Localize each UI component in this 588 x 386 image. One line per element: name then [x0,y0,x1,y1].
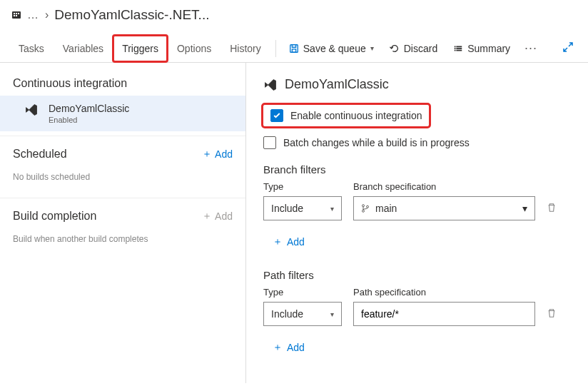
main-split: Continuous integration DemoYamlClassic E… [0,63,588,383]
branch-filters-title: Branch filters [263,163,571,176]
summary-button[interactable]: Summary [446,39,517,59]
build-completion-title: Build completion [13,210,96,223]
type-field: Type Include ▾ [263,181,342,220]
svg-rect-5 [16,15,17,16]
path-spec-label: Path specification [353,287,535,298]
type-label: Type [263,287,342,298]
batch-label: Batch changes while a build is in progre… [283,137,470,148]
svg-rect-12 [457,48,462,49]
chevron-down-icon: ▾ [370,44,374,52]
vs-icon [24,103,39,117]
scheduled-section-header: Scheduled ＋ Add [0,141,245,166]
path-spec-input[interactable] [353,302,535,326]
ci-item-label: DemoYamlClassic [49,103,129,114]
path-filter-row: Type Include ▾ Path specification [263,287,571,326]
svg-rect-4 [14,15,15,16]
tabbar: Tasks Variables Triggers Options History… [0,34,588,63]
build-completion-empty-text: Build when another build completes [0,228,245,255]
sidebar-item-ci[interactable]: DemoYamlClassic Enabled [0,96,245,131]
svg-rect-3 [18,13,19,14]
add-build-completion-button[interactable]: ＋ Add [202,210,233,223]
tab-triggers[interactable]: Triggers [113,36,167,61]
page-title[interactable]: DemoYamlClassic-.NET... [54,7,209,23]
chevron-down-icon: ▾ [330,205,334,213]
svg-rect-2 [16,13,17,14]
plus-icon: ＋ [273,235,283,248]
svg-point-16 [367,205,369,208]
chevron-down-icon: ▾ [330,310,334,318]
discard-button[interactable]: Discard [382,39,445,59]
branch-type-value: Include [271,203,303,214]
branch-spec-input[interactable]: main ▾ [353,196,535,220]
undo-icon [390,44,400,54]
tab-variables[interactable]: Variables [54,36,112,61]
breadcrumb-separator: › [45,9,49,21]
build-completion-section-header: Build completion ＋ Add [0,203,245,228]
add-path-filter-button[interactable]: ＋ Add [263,335,314,360]
svg-rect-13 [457,49,462,51]
scheduled-section-title: Scheduled [13,148,67,161]
ci-item-sublabel: Enabled [49,116,129,124]
content-header: DemoYamlClassic [263,77,571,92]
expand-icon[interactable] [558,37,578,59]
add-branch-filter-button[interactable]: ＋ Add [263,229,314,255]
type-label: Type [263,181,342,192]
svg-rect-9 [455,48,456,49]
enable-ci-highlight: Enable continuous integration [263,105,429,126]
branch-spec-label: Branch specification [353,181,535,192]
sidebar-divider [0,198,245,198]
tab-tasks[interactable]: Tasks [10,36,53,61]
branch-spec-field: Branch specification main ▾ [353,181,535,220]
plus-icon: ＋ [273,341,283,354]
svg-rect-11 [457,46,462,47]
scheduled-empty-text: No builds scheduled [0,166,245,193]
add-label: Add [287,342,305,353]
breadcrumb-ellipsis[interactable]: … [27,9,39,21]
svg-rect-6 [290,44,298,52]
branch-spec-value: main [375,203,397,214]
branch-type-dropdown[interactable]: Include ▾ [263,196,342,220]
enable-ci-checkbox[interactable] [270,109,283,122]
content-title: DemoYamlClassic [285,77,389,92]
content-panel: DemoYamlClassic Enable continuous integr… [246,63,588,383]
svg-rect-10 [455,49,456,51]
svg-rect-7 [292,49,295,51]
tab-options[interactable]: Options [168,36,220,61]
path-filters-title: Path filters [263,269,571,281]
path-spec-field: Path specification [353,287,535,326]
type-field: Type Include ▾ [263,287,342,326]
vs-icon [263,78,278,92]
discard-label: Discard [404,43,437,54]
breadcrumb: … › DemoYamlClassic-.NET... [0,0,588,34]
batch-row: Batch changes while a build is in progre… [263,136,571,149]
tabbar-separator [275,40,276,57]
sidebar-divider [0,136,245,136]
org-icon[interactable] [10,9,23,21]
delete-branch-filter-button[interactable] [547,202,557,220]
path-type-dropdown[interactable]: Include ▾ [263,302,342,326]
path-type-value: Include [271,308,303,320]
add-label: Add [215,148,233,160]
add-label: Add [287,236,305,248]
plus-icon: ＋ [202,148,212,161]
delete-path-filter-button[interactable] [547,308,557,326]
svg-point-15 [363,210,365,212]
branch-filter-row: Type Include ▾ Branch specification main… [263,181,571,220]
ci-section-title: Continuous integration [13,77,127,90]
add-scheduled-button[interactable]: ＋ Add [202,148,233,161]
svg-rect-1 [14,13,15,14]
enable-ci-label: Enable continuous integration [290,110,422,121]
svg-rect-8 [455,46,456,47]
add-label: Add [215,210,233,222]
list-icon [453,44,463,54]
batch-checkbox[interactable] [263,136,276,149]
svg-point-14 [363,205,365,207]
chevron-down-icon: ▾ [522,203,527,214]
save-icon [289,44,299,54]
more-button[interactable]: ··· [519,41,543,56]
ci-section-header: Continuous integration [0,70,245,96]
git-branch-icon [361,203,370,213]
tab-history[interactable]: History [221,36,270,61]
plus-icon: ＋ [202,210,212,223]
save-queue-button[interactable]: Save & queue ▾ [282,39,381,59]
